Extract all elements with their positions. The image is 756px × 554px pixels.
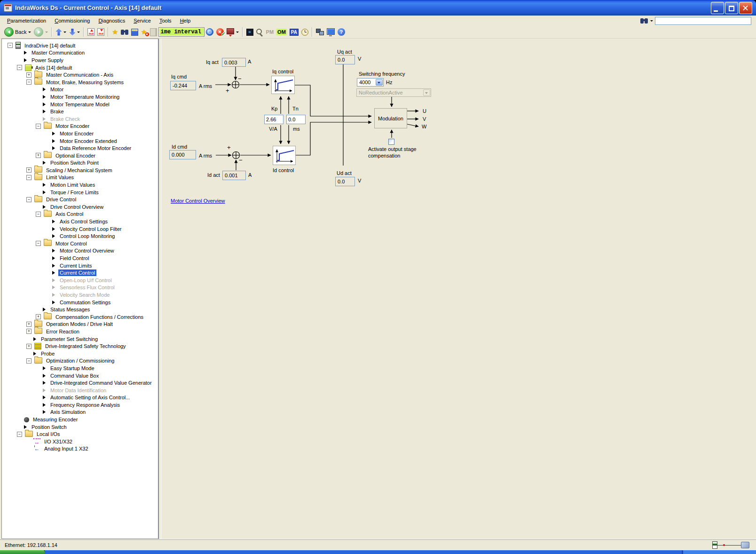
tree-item[interactable]: Position Switch Point	[2, 159, 158, 167]
forward-button[interactable]	[32, 26, 49, 38]
tree-item[interactable]: Motor Temperature Monitoring	[2, 93, 158, 101]
expand-toggle-icon[interactable]: +	[26, 344, 32, 349]
tree-item[interactable]: −Axis [14] default	[2, 64, 158, 71]
tree-item[interactable]: Frequency Response Analysis	[2, 401, 158, 409]
collapse-toggle-icon[interactable]: −	[36, 241, 41, 246]
abort-button[interactable]: ✓	[215, 26, 225, 38]
menu-help[interactable]: Help	[176, 16, 195, 25]
time-button[interactable]	[300, 26, 310, 38]
tn-input[interactable]	[286, 115, 306, 124]
help-button[interactable]	[336, 26, 346, 38]
tree-item[interactable]: −Motor, Brake, Measuring Systems	[2, 79, 158, 86]
expand-toggle-icon[interactable]: +	[26, 322, 32, 327]
tree-item[interactable]: Motor	[2, 86, 158, 94]
tree-item[interactable]: Probe	[2, 350, 158, 357]
remote-view-button[interactable]	[325, 26, 336, 38]
parameter-upload-button[interactable]	[86, 26, 96, 38]
oscilloscope-button[interactable]	[245, 26, 255, 38]
tree-item[interactable]: Sensorless Flux Control	[2, 284, 158, 292]
parameter-download-button[interactable]	[96, 26, 106, 38]
menu-service[interactable]: Service	[129, 16, 155, 25]
tree-item[interactable]: Analog Input 1 X32	[2, 445, 158, 453]
om-mode-button[interactable]: OM	[275, 26, 288, 38]
expand-toggle-icon[interactable]: +	[36, 153, 41, 158]
network-button[interactable]	[315, 26, 325, 38]
back-button[interactable]: Back	[3, 26, 32, 38]
collapse-toggle-icon[interactable]: −	[8, 43, 13, 48]
tree-item[interactable]: Easy Startup Mode	[2, 364, 158, 372]
find-binoculars-icon[interactable]	[640, 18, 648, 24]
tree-item[interactable]: Motor Control Overview	[2, 247, 158, 255]
tree-item[interactable]: Brake Check	[2, 115, 158, 123]
tree-item[interactable]: Motor Encoder Extended	[2, 137, 158, 145]
tree-item[interactable]: Motor Temperature Model	[2, 101, 158, 108]
menu-diagnostics[interactable]: Diagnostics	[94, 16, 129, 25]
start-button-sliver[interactable]	[0, 550, 45, 554]
collapse-toggle-icon[interactable]: −	[26, 175, 32, 180]
collapse-toggle-icon[interactable]: −	[36, 212, 41, 217]
tree-item[interactable]: −Local I/Os	[2, 430, 158, 438]
tree-item[interactable]: Commutation Settings	[2, 299, 158, 306]
expand-toggle-icon[interactable]: +	[36, 314, 41, 319]
tree-item[interactable]: Axis Simulation	[2, 409, 158, 416]
watch-button[interactable]	[255, 26, 265, 38]
restore-button[interactable]	[725, 2, 738, 14]
switching-frequency-dropdown-button[interactable]	[376, 79, 383, 86]
tree-item[interactable]: Velocity Control Loop Filter	[2, 225, 158, 233]
tree-item[interactable]: −Optimization / Commissioning	[2, 357, 158, 365]
pm-mode-button[interactable]: PM	[265, 26, 276, 38]
tree-item[interactable]: −Motor Control	[2, 240, 158, 247]
windows-taskbar[interactable]	[0, 550, 756, 554]
tree-item[interactable]: +Drive-Integrated Safety Technology	[2, 342, 158, 350]
menu-search-input[interactable]	[655, 17, 751, 25]
collapse-toggle-icon[interactable]: −	[17, 432, 22, 437]
tree-item[interactable]: Status Messages	[2, 306, 158, 313]
tree-item[interactable]: +Error Reaction	[2, 328, 158, 335]
navigate-down-button[interactable]	[68, 26, 81, 38]
switching-frequency-select[interactable]: 4000	[357, 78, 384, 87]
interval-field[interactable]	[158, 27, 205, 37]
panel-splitter[interactable]	[158, 39, 161, 539]
search-button[interactable]	[119, 26, 130, 38]
tree-item[interactable]: Drive Control Overview	[2, 203, 158, 211]
tree-item[interactable]: Field Control	[2, 254, 158, 262]
tree-item[interactable]: +Scaling / Mechanical System	[2, 166, 158, 174]
minimize-button[interactable]	[711, 2, 724, 14]
favorites-button[interactable]	[110, 26, 119, 38]
tree-item[interactable]: −Axis Control	[2, 211, 158, 218]
tree-item[interactable]: Velocity Search Mode	[2, 291, 158, 299]
tree-item[interactable]: +Compensation Functions / Corrections	[2, 313, 158, 321]
tree-item[interactable]: I/O X31/X32	[2, 438, 158, 445]
tree-item[interactable]: Control Loop Monitoring	[2, 232, 158, 240]
collapse-toggle-icon[interactable]: −	[26, 197, 32, 202]
tree-item[interactable]: Command Value Box	[2, 372, 158, 380]
tree-item[interactable]: Axis Control Settings	[2, 218, 158, 225]
menu-parameterization[interactable]: Parameterization	[3, 16, 50, 25]
tree-item[interactable]: Drive-Integrated Command Value Generator	[2, 379, 158, 387]
tree-item[interactable]: Measuring Encoder	[2, 416, 158, 423]
menu-commissioning[interactable]: Commissioning	[50, 16, 94, 25]
tree-item[interactable]: Torque / Force Limits	[2, 189, 158, 196]
tree-item[interactable]: Motor Data Identification	[2, 387, 158, 394]
collapse-toggle-icon[interactable]: −	[36, 124, 41, 129]
exit-button[interactable]	[149, 26, 158, 38]
tree-item[interactable]: −Limit Values	[2, 174, 158, 182]
device-status-button[interactable]	[225, 26, 240, 38]
clear-favorites-button[interactable]: ✖	[140, 26, 149, 38]
tree-item[interactable]: Parameter Set Switching	[2, 335, 158, 343]
tree-item[interactable]: Motion Limit Values	[2, 181, 158, 189]
refresh-button[interactable]	[205, 26, 215, 38]
tree-item[interactable]: Current Control	[2, 269, 158, 277]
expand-toggle-icon[interactable]: +	[26, 72, 32, 78]
output-stage-compensation-checkbox[interactable]	[388, 139, 394, 145]
collapse-toggle-icon[interactable]: −	[26, 79, 32, 85]
find-dropdown-caret[interactable]	[650, 20, 653, 22]
tree-item[interactable]: Master Communication	[2, 49, 158, 57]
tree-item[interactable]: −Drive Control	[2, 196, 158, 203]
tree-item[interactable]: −IndraDrive [14] default	[2, 42, 158, 49]
tree-item[interactable]: Brake	[2, 108, 158, 115]
collapse-toggle-icon[interactable]: −	[17, 65, 22, 70]
pa-mode-button[interactable]: PA	[288, 26, 300, 38]
tree-item[interactable]: +Operation Modes / Drive Halt	[2, 321, 158, 328]
tree-item[interactable]: −Motor Encoder	[2, 123, 158, 130]
